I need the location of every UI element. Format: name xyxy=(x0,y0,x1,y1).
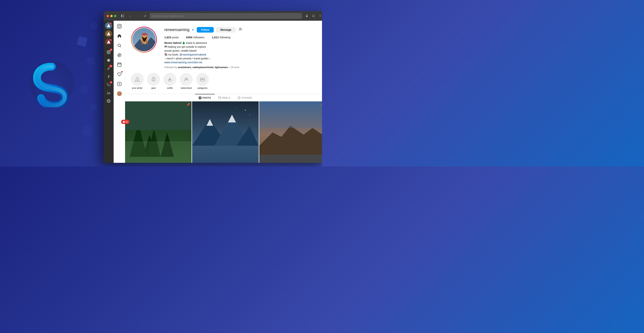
svg-rect-61 xyxy=(259,102,322,128)
highlight-outfits[interactable]: outfits xyxy=(164,73,176,89)
ig-logo-nav[interactable] xyxy=(117,24,122,29)
forward-button[interactable]: › xyxy=(135,13,140,18)
sidebar-item-spotify[interactable] xyxy=(105,57,112,64)
sidebar-item-linkedin[interactable] xyxy=(105,89,112,96)
browser-window: ‹ › ↺ Search or enter website name xyxy=(104,11,322,163)
highlight-switzerland-label: switzerland xyxy=(180,87,192,89)
highlight-switzerland[interactable]: switzerland xyxy=(180,73,192,89)
highlight-pnw-winter-label: pnw winter xyxy=(132,87,142,89)
reload-button[interactable]: ↺ xyxy=(142,13,148,18)
ig-tabs: POSTS REELS xyxy=(125,94,322,102)
lock-icon[interactable] xyxy=(304,13,310,18)
tab-tagged-label: TAGGED xyxy=(242,96,252,99)
verified-icon: ✔ xyxy=(192,28,194,32)
ig-book-link[interactable]: @roamingamericabook xyxy=(180,53,206,56)
ig-nav-home[interactable] xyxy=(117,33,122,38)
highlight-outfits-icon xyxy=(164,73,176,86)
highlight-gear[interactable]: gear xyxy=(147,73,160,89)
ig-bio-line2: 🗺 helping you get outside & explore xyxy=(164,45,320,49)
post-1-pin-icon: 📌 xyxy=(186,103,190,106)
address-bar[interactable]: Search or enter website name xyxy=(150,13,302,19)
sidebar-toggle-button[interactable] xyxy=(120,13,125,18)
highlight-patagonia[interactable]: patagonia xyxy=(196,73,209,89)
highlight-patagonia-label: patagonia xyxy=(198,87,208,89)
avatar-3-badge: 4 xyxy=(110,38,112,41)
highlight-patagonia-icon xyxy=(196,73,209,86)
traffic-lights xyxy=(106,15,116,17)
ig-username: reneeroaming xyxy=(164,28,190,32)
tab-reels[interactable]: REELS xyxy=(215,94,234,102)
svg-point-56 xyxy=(245,110,246,111)
maximize-button[interactable] xyxy=(114,15,116,17)
svg-marker-31 xyxy=(136,79,138,82)
ig-nav-create[interactable] xyxy=(117,82,122,86)
svg-point-35 xyxy=(186,78,187,79)
ig-nav-profile[interactable] xyxy=(117,91,122,96)
ig-post-1[interactable]: 📌 xyxy=(125,102,192,163)
svg-point-57 xyxy=(250,114,250,115)
sidebar-avatar-3[interactable]: 4 xyxy=(105,38,112,46)
ig-followers-stat: 935K followers xyxy=(186,36,204,39)
sidebar-item-facebook[interactable] xyxy=(105,73,112,80)
instagram-badge: 2 xyxy=(110,48,112,51)
sidebar-item-tiktok[interactable]: 12 xyxy=(105,65,112,72)
minimize-button[interactable] xyxy=(110,15,113,17)
ig-followed-prefix: Followed by xyxy=(164,66,178,69)
tab-reels-label: REELS xyxy=(222,96,230,99)
more-options-button[interactable] xyxy=(238,27,243,33)
svg-point-15 xyxy=(118,25,120,28)
sidebar-avatar-1[interactable]: 5 xyxy=(105,22,112,29)
sidebar-item-instagram[interactable]: 2 xyxy=(105,49,112,56)
highlight-gear-label: gear xyxy=(152,87,156,89)
svg-rect-26 xyxy=(143,33,146,35)
ig-bio-website: www.reneeroaming.com/click-me xyxy=(164,60,320,64)
ig-website-link[interactable]: www.reneeroaming.com/click-me xyxy=(164,61,202,64)
avatar-1-badge: 5 xyxy=(110,22,112,25)
tab-tagged[interactable]: TAGGED xyxy=(234,94,256,102)
ig-posts-count: 1,623 xyxy=(164,36,171,39)
close-button[interactable] xyxy=(106,15,109,17)
ig-followed-by: Followed by asasteinars, oakbaybeachhote… xyxy=(164,66,320,69)
ig-nav-notifications[interactable] xyxy=(117,72,122,77)
svg-rect-48 xyxy=(125,141,192,163)
ig-followed-users[interactable]: asasteinars, oakbaybeachhotel, tighnamar… xyxy=(178,66,228,69)
ig-nav-explore[interactable] xyxy=(117,52,122,58)
messages-badge: 2 xyxy=(110,81,112,84)
svg-point-34 xyxy=(169,78,170,79)
ig-following-count: 1,011 xyxy=(212,36,219,39)
ig-nav-reels[interactable] xyxy=(117,62,122,67)
camera-notification-bubble[interactable]: 1 xyxy=(121,120,129,124)
sidebar-item-pinterest[interactable] xyxy=(105,98,112,104)
ig-sidebar xyxy=(114,21,125,163)
tiktok-badge: 12 xyxy=(109,64,112,68)
sidebar-avatar-2[interactable] xyxy=(105,30,112,37)
app-sidebar: 5 4 xyxy=(104,21,114,163)
notification-count: 1 xyxy=(121,120,129,124)
svg-rect-60 xyxy=(259,154,322,163)
ig-nav-search[interactable] xyxy=(117,43,122,48)
browser-main: reneeroaming ✔ Follow Message xyxy=(114,21,322,163)
ig-post-2[interactable] xyxy=(192,102,258,163)
svg-point-11 xyxy=(109,51,110,52)
bookmark-icon[interactable] xyxy=(311,13,316,18)
add-tab-button[interactable]: + xyxy=(318,13,322,18)
ig-followed-suffix: + 19 more xyxy=(228,66,239,69)
svg-rect-40 xyxy=(200,98,201,99)
ig-bio-name: Renee Hahnel xyxy=(164,42,182,44)
svg-rect-37 xyxy=(199,96,200,98)
tab-posts[interactable]: POSTS xyxy=(195,94,215,102)
back-button[interactable]: ‹ xyxy=(128,13,133,18)
svg-point-27 xyxy=(240,28,241,29)
browser-inner: reneeroaming ✔ Follow Message xyxy=(114,21,322,163)
s-logo xyxy=(28,59,76,107)
address-bar-text: Search or enter website name xyxy=(152,14,184,18)
svg-rect-38 xyxy=(200,96,201,98)
svg-rect-41 xyxy=(218,97,221,99)
ig-following-stat: 1,011 following xyxy=(212,36,230,39)
ig-post-3[interactable]: 📌 xyxy=(259,102,322,163)
post-3-pin-icon: 📌 xyxy=(320,103,322,106)
highlight-pnw-winter[interactable]: pnw winter xyxy=(131,73,144,89)
follow-button[interactable]: Follow xyxy=(197,27,214,32)
sidebar-item-messages[interactable]: 2 xyxy=(105,81,112,88)
message-button[interactable]: Message xyxy=(216,27,236,32)
